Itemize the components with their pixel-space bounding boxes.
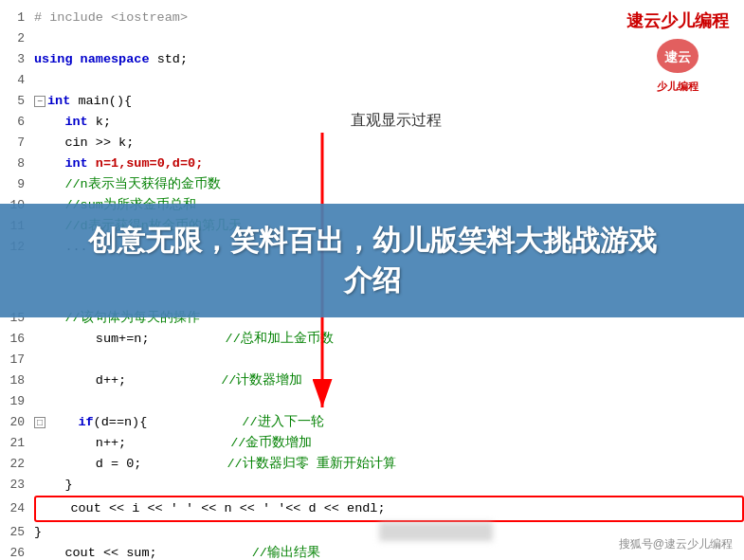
blur-region [379, 522, 493, 541]
code-line-20: 20 □ if(d==n){//进入下一轮 [0, 412, 744, 433]
banner-overlay: 创意无限，笑料百出，幼儿版笑料大挑战游戏介绍 [0, 204, 744, 317]
code-line-7: 7 cin >> k; [0, 133, 744, 154]
svg-text:逮云: 逮云 [664, 49, 691, 64]
code-line-22: 22 d = 0;//计数器归零 重新开始计算 [0, 454, 744, 475]
collapse-icon-20[interactable]: □ [34, 417, 45, 428]
code-line-17: 17 [0, 350, 744, 370]
collapse-icon-5[interactable]: − [34, 96, 45, 107]
bottom-watermark: 搜狐号@逮云少儿编程 [619, 536, 733, 552]
code-line-16: 16 sum+=n;//总和加上金币数 [0, 329, 744, 350]
code-line-23: 23 } [0, 475, 744, 496]
code-line-9: 9 //n表示当天获得的金币数 [0, 174, 744, 195]
code-line-18: 18 d++;//计数器增加 [0, 370, 744, 391]
code-line-24: 24 cout << i << ' ' << n << ' '<< d << e… [0, 496, 744, 522]
code-container: 逮云少儿编程 逮云 少儿编程 直观显示过程 1 # include <iostr… [0, 0, 744, 560]
code-line-19: 19 [0, 391, 744, 412]
banner-text: 创意无限，笑料百出，幼儿版笑料大挑战游戏介绍 [19, 221, 725, 300]
code-line-21: 21 n++;//金币数增加 [0, 433, 744, 454]
logo-sub: 少儿编程 [626, 80, 729, 93]
code-line-8: 8 int n=1,sum=0,d=0; [0, 154, 744, 174]
logo-main: 逮云少儿编程 [626, 10, 729, 32]
label-direct: 直观显示过程 [351, 111, 442, 131]
logo: 逮云少儿编程 逮云 少儿编程 [621, 8, 735, 97]
